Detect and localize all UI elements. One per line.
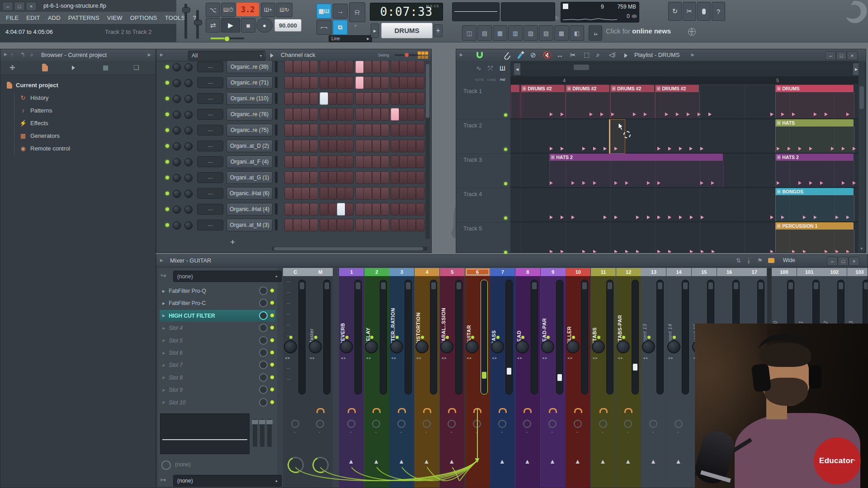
step-button[interactable] xyxy=(328,171,337,184)
step-button[interactable] xyxy=(301,140,310,152)
close-button[interactable]: × xyxy=(26,2,37,11)
step-button[interactable] xyxy=(284,124,293,136)
pattern-clip[interactable]: ≡HATS 2 xyxy=(775,154,854,161)
step-button[interactable] xyxy=(372,140,381,152)
step-button[interactable] xyxy=(345,171,354,184)
step-button[interactable] xyxy=(293,140,302,152)
strip-fader-handle[interactable] xyxy=(299,282,305,290)
step-button[interactable] xyxy=(407,108,416,121)
strip-fader-handle[interactable] xyxy=(733,282,739,290)
step-button[interactable] xyxy=(363,61,372,73)
step-button[interactable] xyxy=(391,108,399,121)
channel-volume-knob[interactable] xyxy=(184,174,193,182)
sidebar-item-patterns[interactable]: ♪Patterns xyxy=(19,104,52,116)
step-button[interactable] xyxy=(391,203,399,216)
master-send-knob[interactable] xyxy=(310,455,330,475)
step-button[interactable] xyxy=(320,92,328,105)
menu-item-patterns[interactable]: PATTERNS xyxy=(68,14,99,21)
plugins-tab-icon[interactable]: ▦ xyxy=(103,64,108,71)
step-button[interactable] xyxy=(320,171,328,184)
fx-enabled-icon[interactable] xyxy=(423,408,431,413)
strip-pan-knob[interactable] xyxy=(365,340,378,353)
master-volume-slider[interactable] xyxy=(184,4,187,39)
step-button[interactable] xyxy=(301,219,310,231)
step-button[interactable] xyxy=(399,140,408,152)
step-button[interactable] xyxy=(416,61,425,73)
step-button[interactable] xyxy=(372,219,381,231)
step-jump-icon[interactable]: → xyxy=(333,4,348,19)
strip-fader-handle[interactable] xyxy=(355,282,361,290)
channel-name-button[interactable]: Organic..re (71) xyxy=(226,76,273,89)
paint-brush-icon[interactable] xyxy=(516,51,525,60)
channel-rack-hscroll[interactable] xyxy=(272,247,428,251)
strip-fader-handle[interactable] xyxy=(708,282,713,290)
chevron-right-icon[interactable]: ▶ xyxy=(148,52,151,57)
strip-fader-handle[interactable] xyxy=(632,363,638,371)
playlist-hscroll[interactable] xyxy=(521,65,851,70)
step-button[interactable] xyxy=(301,187,310,200)
step-button[interactable] xyxy=(328,108,337,121)
step-button[interactable] xyxy=(399,187,408,200)
step-button[interactable] xyxy=(372,92,381,105)
step-button[interactable] xyxy=(337,124,345,136)
channel-target-box[interactable]: --- xyxy=(197,93,223,104)
channel-pan-knob[interactable] xyxy=(173,174,181,182)
strip-pan-knob[interactable] xyxy=(617,340,630,353)
record-arm-button[interactable] xyxy=(347,420,355,428)
route-up-arrow[interactable]: ▲ xyxy=(600,458,606,465)
record-arm-button[interactable] xyxy=(574,420,582,428)
step-button[interactable] xyxy=(320,76,328,89)
strip-fader-handle[interactable] xyxy=(657,282,663,290)
clip-menu-icon[interactable]: ≡ xyxy=(777,86,781,91)
channel-pan-knob[interactable] xyxy=(173,111,181,119)
step-button[interactable] xyxy=(355,203,364,216)
step-button[interactable] xyxy=(416,124,425,136)
step-button[interactable] xyxy=(355,108,364,121)
strip-pan-knob[interactable] xyxy=(566,340,580,353)
step-button[interactable] xyxy=(301,92,310,105)
strip-led[interactable] xyxy=(396,336,399,339)
step-button[interactable] xyxy=(416,76,425,89)
channel-pan-knob[interactable] xyxy=(173,95,181,103)
chevron-right-icon[interactable]: ▶ xyxy=(160,52,163,57)
paperclip-icon[interactable] xyxy=(502,51,510,60)
record-arm-button[interactable] xyxy=(675,420,683,428)
step-button[interactable] xyxy=(301,76,310,89)
step-button[interactable] xyxy=(337,140,345,152)
route-up-arrow[interactable]: ▲ xyxy=(448,458,455,465)
refresh-icon[interactable]: ↻ xyxy=(555,15,559,21)
channel-enable-led[interactable] xyxy=(165,65,169,69)
zoom-tool-icon[interactable]: ⌕ xyxy=(596,51,600,59)
step-button[interactable] xyxy=(337,76,345,89)
channel-enable-led[interactable] xyxy=(165,160,169,164)
record-arm-button[interactable] xyxy=(599,420,607,428)
step-button[interactable] xyxy=(320,140,328,152)
strip-fader-handle[interactable] xyxy=(381,282,386,290)
strip-pan-knob[interactable] xyxy=(592,340,605,353)
step-button[interactable] xyxy=(355,187,364,200)
step-button[interactable] xyxy=(372,108,381,121)
oscilloscope[interactable] xyxy=(452,2,500,21)
step-button[interactable] xyxy=(345,76,354,89)
track-enable-led[interactable] xyxy=(504,113,507,117)
step-button[interactable] xyxy=(337,108,345,121)
step-button[interactable] xyxy=(363,76,372,89)
sidebar-item-history[interactable]: ↻History xyxy=(19,92,48,103)
pattern-clip[interactable]: ≡DRUMS #2 xyxy=(566,85,609,92)
chevron-right-icon[interactable]: ▶ xyxy=(691,52,694,57)
step-button[interactable] xyxy=(301,61,310,73)
step-button[interactable] xyxy=(381,203,389,216)
step-button[interactable] xyxy=(320,155,328,168)
step-button[interactable] xyxy=(363,219,372,231)
step-button[interactable] xyxy=(301,203,310,216)
sidebar-item-remote-control[interactable]: ◉Remote control xyxy=(19,142,70,154)
channel-volume-knob[interactable] xyxy=(184,158,193,166)
pattern-clip[interactable]: ≡DRUMS xyxy=(775,85,854,92)
step-group-icon[interactable] xyxy=(418,52,429,59)
step-button[interactable] xyxy=(355,61,364,73)
pattern-clip[interactable]: ≡BONGOS xyxy=(775,188,854,195)
route-up-arrow[interactable]: ▲ xyxy=(675,458,682,465)
snap-tab-icon[interactable]: ✚ xyxy=(9,64,15,72)
master-pitch-slider[interactable] xyxy=(196,10,199,39)
mixer-strip-12[interactable]: 12STABS-PAR◂ ▸⌄▲ xyxy=(616,268,641,488)
